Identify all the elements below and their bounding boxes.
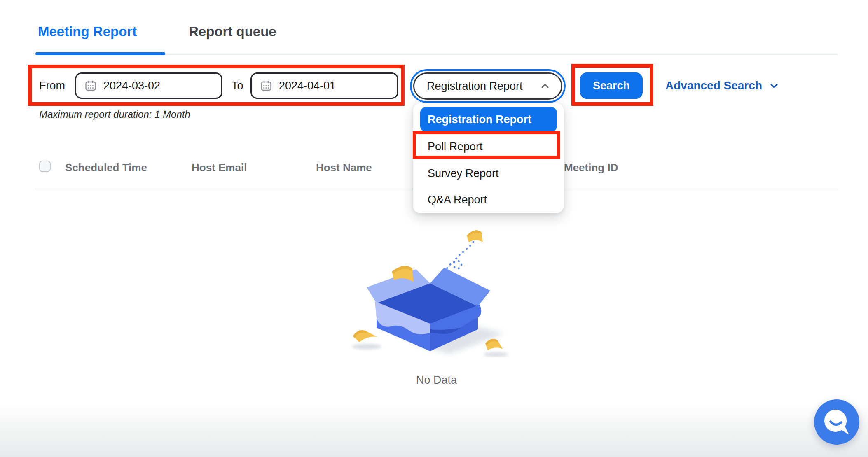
search-button[interactable]: Search	[580, 72, 643, 99]
bottom-gradient	[0, 403, 868, 457]
empty-box-illustration	[351, 226, 510, 357]
menu-item-registration-report[interactable]: Registration Report	[420, 107, 557, 132]
select-all-checkbox[interactable]	[39, 161, 51, 172]
to-date-value: 2024-04-01	[279, 79, 336, 92]
chevron-up-icon	[540, 81, 550, 91]
report-type-selected-value: Registration Report	[427, 80, 523, 93]
column-header-host-name: Host Name	[316, 161, 372, 174]
max-duration-note: Maximum report duration: 1 Month	[39, 109, 190, 120]
meeting-report-page: Meeting Report Report queue From 2024-03…	[0, 0, 868, 457]
menu-item-poll-report[interactable]: Poll Report	[420, 134, 557, 159]
column-header-meeting-id: Meeting ID	[564, 161, 618, 174]
from-label: From	[39, 79, 65, 92]
column-header-host-email: Host Email	[192, 161, 247, 174]
advanced-search-label: Advanced Search	[665, 79, 762, 92]
advanced-search-link[interactable]: Advanced Search	[665, 79, 779, 92]
from-date-value: 2024-03-02	[103, 79, 160, 92]
chat-support-button[interactable]	[814, 399, 859, 445]
to-date-input[interactable]: 2024-04-01	[250, 72, 398, 99]
calendar-icon	[84, 79, 97, 92]
column-header-scheduled-time: Scheduled Time	[65, 161, 147, 174]
from-date-input[interactable]: 2024-03-02	[75, 72, 222, 99]
report-type-select[interactable]: Registration Report	[413, 72, 562, 100]
to-label: To	[232, 79, 243, 92]
chat-bubble-icon	[814, 399, 859, 445]
chevron-down-icon	[769, 80, 779, 91]
report-type-menu: Registration Report Poll Report Survey R…	[413, 103, 564, 213]
no-data-message: No Data	[35, 374, 838, 387]
tab-report-queue[interactable]: Report queue	[189, 24, 276, 40]
tab-meeting-report[interactable]: Meeting Report	[38, 24, 137, 40]
calendar-icon	[260, 79, 272, 92]
menu-item-qa-report[interactable]: Q&A Report	[420, 187, 557, 212]
active-tab-underline	[35, 52, 165, 55]
menu-item-survey-report[interactable]: Survey Report	[420, 161, 557, 186]
